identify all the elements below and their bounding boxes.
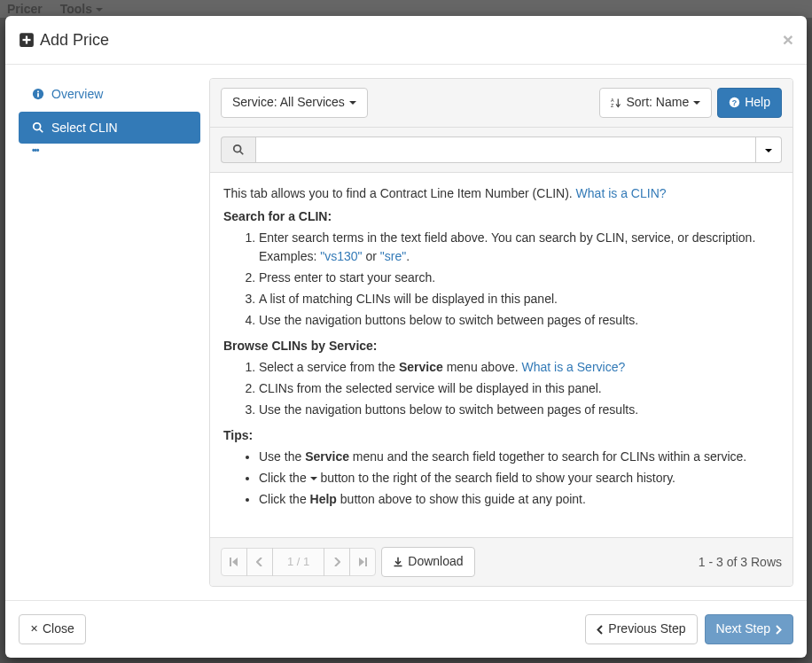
list-item: Select a service from the Service menu a… <box>259 358 779 377</box>
svg-text:?: ? <box>732 98 737 107</box>
download-label: Download <box>408 553 463 571</box>
clin-panel: Service: All Services AZ Sort: Name ? <box>209 78 793 587</box>
sidebar-item-overview[interactable]: Overview <box>19 78 200 110</box>
close-button[interactable]: ✕ Close <box>19 614 86 644</box>
svg-text:A: A <box>611 98 614 103</box>
service-filter-button[interactable]: Service: All Services <box>221 88 368 118</box>
panel-toolbar: Service: All Services AZ Sort: Name ? <box>210 79 792 128</box>
intro-paragraph: This tab allows you to find a Contract L… <box>223 186 779 200</box>
service-filter-label: Service: All Services <box>232 94 345 112</box>
svg-marker-17 <box>359 558 364 566</box>
sidebar-item-more[interactable]: ••• <box>19 145 200 155</box>
svg-rect-4 <box>37 93 39 97</box>
modal-header: Add Price × <box>5 16 807 65</box>
svg-rect-18 <box>365 558 367 566</box>
svg-rect-15 <box>230 558 231 566</box>
browse-heading: Browse CLINs by Service: <box>223 339 779 353</box>
pager: 1 / 1 Download <box>221 547 475 577</box>
modal-title: Add Price <box>19 31 109 50</box>
search-steps-list: Enter search terms in the text field abo… <box>259 229 779 330</box>
caret-down-icon <box>310 477 317 480</box>
chevron-right-icon <box>775 625 782 635</box>
help-label: Help <box>745 94 770 112</box>
list-item: Click the Help button above to show this… <box>259 490 779 509</box>
list-item: CLINs from the selected service will be … <box>259 379 779 398</box>
help-content: This tab allows you to find a Contract L… <box>210 173 792 537</box>
list-item: Use the navigation buttons below to swit… <box>259 311 779 330</box>
example-link-vs130[interactable]: "vs130" <box>320 249 362 263</box>
list-item: Press enter to start your search. <box>259 269 779 287</box>
chevron-left-icon <box>256 558 263 566</box>
download-icon <box>393 557 403 567</box>
what-is-clin-link[interactable]: What is a CLIN? <box>576 186 667 200</box>
pager-last-button[interactable] <box>349 548 376 576</box>
sort-button[interactable]: AZ Sort: Name <box>599 88 712 118</box>
pager-next-button[interactable] <box>324 548 350 576</box>
pager-page-indicator: 1 / 1 <box>272 548 324 576</box>
close-label: Close <box>43 620 74 638</box>
caret-down-icon <box>349 101 356 105</box>
next-step-button[interactable]: Next Step <box>705 614 793 644</box>
svg-rect-2 <box>23 39 31 41</box>
sort-label: Sort: Name <box>626 94 689 112</box>
search-history-button[interactable] <box>756 136 782 163</box>
svg-line-7 <box>40 129 43 133</box>
step-forward-icon <box>358 558 367 566</box>
search-addon <box>221 136 255 163</box>
tips-heading: Tips: <box>223 428 779 442</box>
example-link-sre[interactable]: "sre" <box>380 249 406 263</box>
sidebar-item-label: Overview <box>51 87 103 101</box>
search-icon <box>32 121 44 134</box>
chevron-right-icon <box>333 558 340 566</box>
list-item: A list of matching CLINs will be display… <box>259 290 779 308</box>
rows-indicator: 1 - 3 of 3 Rows <box>699 555 782 569</box>
browse-steps-list: Select a service from the Service menu a… <box>259 358 779 419</box>
wizard-sidebar: Overview Select CLIN ••• <box>19 78 200 587</box>
list-item: Use the navigation buttons below to swit… <box>259 401 779 419</box>
list-item: Enter search terms in the text field abo… <box>259 229 779 266</box>
svg-line-14 <box>240 152 244 155</box>
list-item: Click the button to the right of the sea… <box>259 469 779 488</box>
panel-footer: 1 / 1 Download <box>210 537 792 586</box>
tips-list: Use the Service menu and the search fiel… <box>259 448 779 509</box>
modal-body: Overview Select CLIN ••• Service: All Se… <box>5 65 807 600</box>
list-item: Use the Service menu and the search fiel… <box>259 448 779 466</box>
search-input[interactable] <box>255 136 756 163</box>
add-price-modal: Add Price × Overview Select CLIN ••• <box>5 16 807 658</box>
modal-title-text: Add Price <box>40 31 109 50</box>
caret-down-icon <box>765 149 772 152</box>
svg-point-13 <box>234 145 241 152</box>
ellipsis-icon: ••• <box>32 145 39 155</box>
question-circle-icon: ? <box>729 97 740 108</box>
download-button[interactable]: Download <box>381 547 474 577</box>
previous-step-button[interactable]: Previous Step <box>585 614 697 644</box>
close-x-icon: ✕ <box>30 622 38 636</box>
search-bar <box>210 128 792 173</box>
svg-marker-16 <box>232 558 238 566</box>
previous-step-label: Previous Step <box>608 620 685 638</box>
search-icon <box>232 144 245 156</box>
pager-first-button[interactable] <box>221 548 247 576</box>
modal-footer: ✕ Close Previous Step Next Step <box>5 600 807 658</box>
caret-down-icon <box>693 101 700 105</box>
chevron-left-icon <box>597 625 604 635</box>
what-is-service-link[interactable]: What is a Service? <box>522 360 626 374</box>
svg-rect-5 <box>37 91 39 93</box>
plus-square-icon <box>19 32 35 48</box>
search-heading: Search for a CLIN: <box>223 209 779 223</box>
help-button[interactable]: ? Help <box>717 88 782 118</box>
info-circle-icon <box>32 88 44 100</box>
svg-text:Z: Z <box>611 103 614 108</box>
next-step-label: Next Step <box>716 620 770 638</box>
sidebar-item-label: Select CLIN <box>51 121 118 135</box>
close-icon[interactable]: × <box>783 29 793 51</box>
svg-point-6 <box>34 123 41 130</box>
sort-alpha-icon: AZ <box>611 98 621 108</box>
step-backward-icon <box>230 558 238 566</box>
sidebar-item-select-clin[interactable]: Select CLIN <box>19 112 200 144</box>
pager-prev-button[interactable] <box>246 548 273 576</box>
